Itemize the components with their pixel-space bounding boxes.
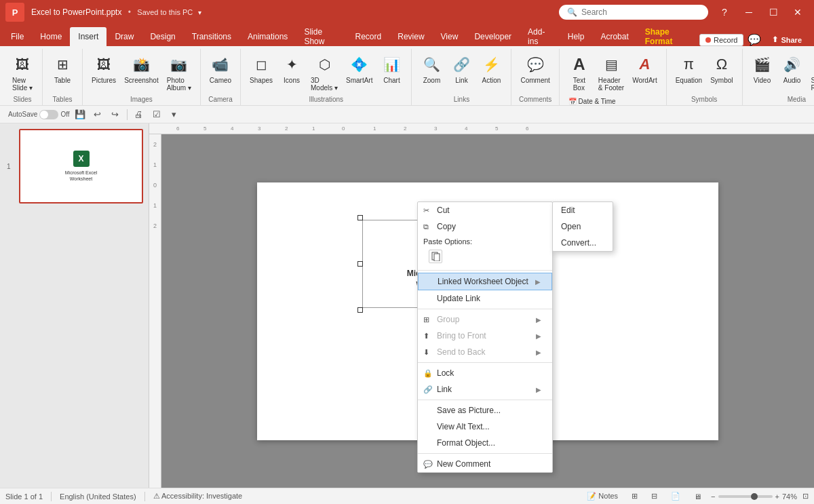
presenter-view-button[interactable]: 🖥	[690, 491, 705, 502]
slide-thumbnail[interactable]: X Microsoft ExcelWorksheet	[19, 129, 143, 203]
undo-button[interactable]: ↩	[90, 107, 105, 122]
shapes-icon: ◻	[250, 54, 272, 75]
screenshot-button[interactable]: 📸 Screenshot	[121, 52, 162, 86]
ctx-copy[interactable]: ⧉ Copy	[418, 218, 552, 235]
search-box[interactable]: 🔍	[559, 5, 708, 20]
header-footer-button[interactable]: ▤ Header& Footer	[595, 52, 627, 94]
tab-design[interactable]: Design	[142, 27, 183, 46]
slide-panel: 1 X Microsoft ExcelWorksheet	[0, 123, 149, 488]
tab-help[interactable]: Help	[560, 27, 593, 46]
textbox-button[interactable]: A TextBox	[565, 52, 594, 94]
tab-record[interactable]: Record	[347, 27, 390, 46]
redo-button[interactable]: ↪	[108, 107, 123, 122]
tab-home[interactable]: Home	[32, 27, 70, 46]
zoom-slider[interactable]	[718, 495, 773, 498]
ctx-new-comment[interactable]: 💬 New Comment	[418, 456, 552, 472]
pictures-button[interactable]: 🖼 Pictures	[88, 52, 119, 86]
sub-convert[interactable]: Convert...	[553, 235, 613, 251]
zoom-in-icon[interactable]: +	[775, 492, 779, 501]
slide-thumb-content: X Microsoft ExcelWorksheet	[20, 130, 142, 202]
ctx-linked-worksheet[interactable]: Linked Worksheet Object ▶	[418, 273, 552, 290]
tab-addins[interactable]: Add-ins	[520, 27, 560, 46]
comment-icon[interactable]: 💬	[748, 33, 761, 46]
audio-button[interactable]: 🔊 Audio	[778, 52, 807, 86]
equation-button[interactable]: π Equation	[672, 52, 705, 86]
photo-album-button[interactable]: 📷 PhotoAlbum ▾	[163, 52, 195, 94]
chart-button[interactable]: 📊 Chart	[377, 52, 406, 86]
ctx-link[interactable]: 🔗 Link ▶	[418, 381, 552, 398]
close-button[interactable]: ✕	[787, 3, 809, 22]
date-time-button[interactable]: 📅 Date & Time	[565, 96, 623, 106]
tab-developer[interactable]: Developer	[466, 27, 520, 46]
symbol-button[interactable]: Ω Symbol	[707, 52, 736, 86]
check-button[interactable]: ☑	[149, 107, 164, 122]
sub-open[interactable]: Open	[553, 218, 613, 235]
ctx-update-link[interactable]: Update Link	[418, 290, 552, 307]
ctx-cut[interactable]: ✂ Cut	[418, 202, 552, 218]
header-footer-icon: ▤	[600, 54, 622, 75]
tab-insert[interactable]: Insert	[70, 27, 106, 46]
ribbon-group-tables: ⊞ Table Tables	[43, 49, 83, 105]
sub-edit[interactable]: Edit	[553, 202, 613, 218]
textbox-icon: A	[568, 54, 590, 75]
3d-models-icon: ⬡	[313, 54, 335, 75]
tab-draw[interactable]: Draw	[106, 27, 142, 46]
tab-file[interactable]: File	[3, 27, 32, 46]
handle-middle-left[interactable]	[357, 261, 363, 267]
video-button[interactable]: 🎬 Video	[748, 52, 777, 86]
help-icon[interactable]: ?	[714, 3, 735, 22]
minimize-button[interactable]: ─	[738, 3, 760, 22]
ctx-alt-text[interactable]: View Alt Text...	[418, 419, 552, 435]
zoom-button[interactable]: 🔍 Zoom	[417, 52, 446, 86]
handle-bottom-left[interactable]	[357, 307, 363, 313]
notes-button[interactable]: 📝 Notes	[583, 490, 622, 502]
window-controls: ? ─ ☐ ✕	[714, 3, 809, 22]
action-button[interactable]: ⚡ Action	[477, 52, 505, 86]
shapes-button[interactable]: ◻ Shapes	[246, 52, 276, 86]
tab-view[interactable]: View	[433, 27, 467, 46]
slide-sorter-button[interactable]: ⊟	[647, 490, 661, 502]
ruler-horizontal: 6 5 4 3 2 1 0 1 2 3 4 5 6	[149, 123, 814, 134]
3d-models-button[interactable]: ⬡ 3DModels ▾	[307, 52, 341, 94]
ctx-paste-options: Paste Options:	[418, 235, 552, 268]
ctx-sep-5	[418, 453, 552, 454]
illustrations-group-label: Illustrations	[246, 96, 406, 105]
ctx-save-picture[interactable]: Save as Picture...	[418, 402, 552, 419]
ctx-format-object[interactable]: Format Object...	[418, 435, 552, 451]
link-button[interactable]: 🔗 Link	[447, 52, 476, 86]
smartart-button[interactable]: 💠 SmartArt	[343, 52, 376, 86]
save-button[interactable]: 💾	[73, 107, 88, 122]
tab-acrobat[interactable]: Acrobat	[592, 27, 636, 46]
handle-top-left[interactable]	[357, 215, 363, 220]
search-input[interactable]	[581, 7, 676, 17]
ctx-bring-front: ⬆ Bring to Front ▶	[418, 328, 552, 344]
screen-recording-button[interactable]: ⬛ ScreenRecording	[808, 52, 814, 94]
record-button[interactable]: Record	[699, 34, 743, 46]
tab-shape-format[interactable]: Shape Format	[637, 27, 699, 46]
tab-review[interactable]: Review	[389, 27, 432, 46]
maximize-button[interactable]: ☐	[762, 3, 784, 22]
comment-button[interactable]: 💬 Comment	[517, 52, 553, 86]
paste-icon-1[interactable]	[429, 250, 442, 263]
zoom-out-icon[interactable]: −	[711, 492, 715, 501]
table-button[interactable]: ⊞ Table	[48, 52, 77, 86]
autosave-track[interactable]	[39, 110, 58, 119]
text-group-items: A TextBox ▤ Header& Footer A WordArt	[565, 49, 661, 94]
reading-view-button[interactable]: 📄	[667, 490, 684, 502]
cameo-button[interactable]: 📹 Cameo	[206, 52, 235, 86]
ribbon-group-slides: 🖼 NewSlide ▾ Slides	[3, 49, 43, 105]
tab-transitions[interactable]: Transitions	[184, 27, 239, 46]
share-button[interactable]: ⬆ Share	[765, 33, 809, 46]
wordart-button[interactable]: A WordArt	[629, 52, 661, 86]
tab-animations[interactable]: Animations	[239, 27, 296, 46]
print-button[interactable]: 🖨	[132, 107, 147, 122]
normal-view-button[interactable]: ⊞	[627, 490, 642, 502]
icons-button[interactable]: ✦ Icons	[277, 52, 306, 86]
qa-more-button[interactable]: ▾	[167, 107, 182, 122]
fit-slide-icon[interactable]: ⊡	[802, 492, 809, 501]
tab-slideshow[interactable]: Slide Show	[296, 27, 347, 46]
camera-group-items: 📹 Cameo	[206, 49, 235, 96]
new-slide-button[interactable]: 🖼 NewSlide ▾	[8, 52, 37, 94]
autosave-toggle[interactable]: AutoSave Off	[5, 110, 70, 119]
ctx-lock[interactable]: 🔒 Lock	[418, 365, 552, 381]
